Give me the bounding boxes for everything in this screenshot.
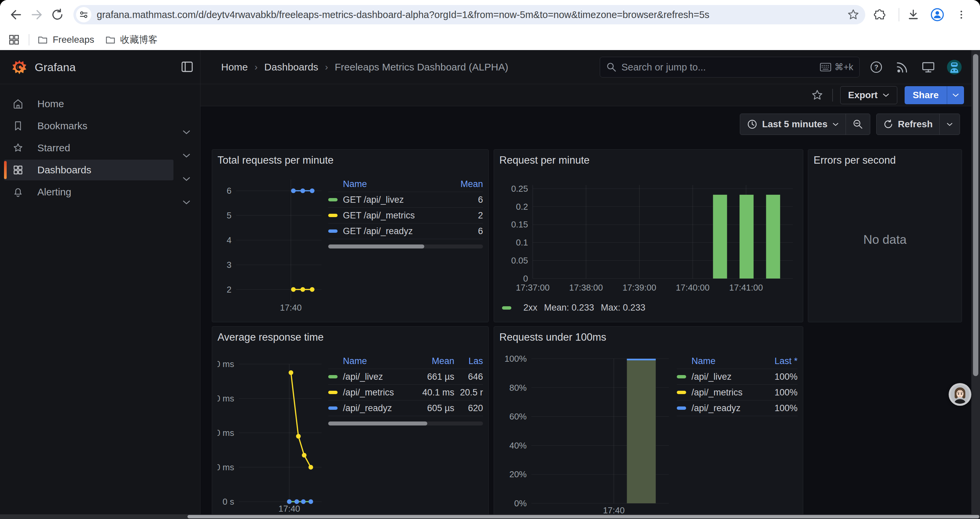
- sidebar-item-starred[interactable]: Starred: [4, 137, 173, 158]
- sidebar-item-dashboards[interactable]: Dashboards: [4, 160, 173, 180]
- legend-row[interactable]: /api/_livez661 µs646: [328, 369, 483, 385]
- chevron-down-icon[interactable]: [181, 176, 191, 182]
- browser-menu-button[interactable]: [953, 7, 969, 23]
- zoom-out-button[interactable]: [846, 114, 870, 134]
- kiosk-mode-button[interactable]: [921, 59, 936, 75]
- legend-header: NameMean: [328, 176, 483, 192]
- series-swatch: [677, 391, 686, 394]
- panel-title[interactable]: Request per minute: [500, 153, 590, 167]
- bookmark-folder-blogs[interactable]: 收藏博客: [100, 31, 163, 48]
- downloads-button[interactable]: [905, 7, 921, 23]
- time-range-picker[interactable]: Last 5 minutes: [740, 114, 846, 134]
- vertical-scrollbar-thumb[interactable]: [973, 54, 978, 376]
- series-name[interactable]: 2xx: [523, 303, 538, 313]
- legend-row[interactable]: /api/_readyz100%: [677, 401, 797, 416]
- url-input[interactable]: [97, 10, 846, 21]
- export-label: Export: [848, 90, 878, 101]
- star-outline-icon: [811, 89, 824, 102]
- keyboard-icon: [820, 63, 831, 72]
- legend-row[interactable]: /api/_metrics100%: [677, 385, 797, 401]
- panel-title[interactable]: Errors per second: [813, 153, 896, 167]
- chevron-down-icon[interactable]: [181, 200, 191, 205]
- chevron-down-icon[interactable]: [181, 129, 191, 135]
- series-swatch: [328, 406, 337, 410]
- header-icons: ?: [869, 50, 962, 84]
- refresh-interval-button[interactable]: [939, 114, 960, 134]
- panel-title[interactable]: Requests under 100ms: [500, 331, 606, 344]
- sidebar-item-label: Bookmarks: [37, 120, 88, 132]
- series-swatch: [328, 214, 337, 217]
- favorite-dashboard-button[interactable]: [810, 88, 825, 103]
- panel-title[interactable]: Total requests per minute: [218, 153, 334, 167]
- sidebar-item-alerting[interactable]: Alerting: [4, 182, 173, 203]
- panel-title[interactable]: Average response time: [218, 331, 323, 344]
- svg-text:2: 2: [227, 284, 231, 295]
- kebab-menu-icon: [956, 9, 967, 21]
- chevron-down-icon[interactable]: [181, 153, 191, 158]
- news-button[interactable]: [895, 59, 910, 75]
- shortcut-text: ⌘+k: [835, 62, 853, 72]
- legend-column-header[interactable]: Name: [692, 356, 754, 366]
- legend-row[interactable]: /api/_readyz605 µs620: [328, 401, 483, 416]
- legend-row[interactable]: /api/_livez100%: [677, 369, 797, 385]
- reload-button[interactable]: [49, 7, 65, 23]
- browser-window: Freeleaps 收藏博客 Grafana Home ›: [0, 0, 980, 519]
- apps-grid-icon: [8, 34, 20, 45]
- legend-column-header[interactable]: Las: [454, 356, 483, 366]
- legend-row[interactable]: GET /api/_metrics2: [328, 208, 483, 224]
- vertical-scrollbar[interactable]: [971, 50, 980, 519]
- legend-row[interactable]: GET /api/_readyz6: [328, 224, 483, 239]
- bookmark-label: Freeleaps: [53, 34, 94, 45]
- forward-arrow-icon: [30, 8, 43, 21]
- site-info-button[interactable]: [76, 7, 91, 22]
- horizontal-scrollbar-thumb[interactable]: [188, 515, 979, 518]
- legend-column-header[interactable]: Last *: [754, 356, 797, 366]
- puzzle-icon: [873, 8, 886, 21]
- user-avatar[interactable]: [947, 59, 962, 75]
- sidebar-item-bookmarks[interactable]: Bookmarks: [4, 115, 173, 136]
- sidebar-toggle-button[interactable]: [180, 60, 194, 75]
- time-series-chart[interactable]: 2345617:40: [218, 170, 324, 318]
- search-box[interactable]: ⌘+k: [600, 57, 859, 77]
- sidebar-item-home[interactable]: Home: [4, 94, 173, 114]
- help-icon: ?: [869, 60, 883, 74]
- help-button[interactable]: ?: [869, 59, 884, 75]
- legend-row[interactable]: GET /api/_livez6: [328, 192, 483, 208]
- legend-column-header[interactable]: Name: [343, 356, 404, 366]
- forward-button[interactable]: [29, 7, 45, 23]
- legend-table: NameLast */api/_livez100%/api/_metrics10…: [677, 353, 797, 416]
- extensions-button[interactable]: [872, 7, 888, 23]
- url-bar[interactable]: [73, 5, 865, 24]
- svg-text:17:40: 17:40: [280, 303, 302, 313]
- back-button[interactable]: [8, 7, 24, 23]
- share-menu-button[interactable]: [947, 86, 964, 104]
- bookmark-folder-freeleaps[interactable]: Freeleaps: [32, 32, 100, 47]
- breadcrumb-separator: ›: [325, 62, 328, 72]
- bar-chart[interactable]: 0%20%40%60%80%100%17:40: [500, 347, 673, 519]
- svg-text:40%: 40%: [509, 441, 527, 450]
- legend-column-header[interactable]: Mean: [404, 356, 454, 366]
- share-button-group: Share: [905, 86, 964, 104]
- horizontal-scrollbar[interactable]: [0, 514, 980, 519]
- legend-row[interactable]: /api/_metrics40.1 ms20.5 r: [328, 385, 483, 401]
- floating-assistant-avatar[interactable]: [949, 383, 971, 406]
- search-shortcut: ⌘+k: [820, 62, 853, 72]
- legend-scrollbar[interactable]: [328, 244, 483, 249]
- breadcrumb-home[interactable]: Home: [221, 61, 248, 73]
- sidebar-item-label: Dashboards: [37, 164, 91, 176]
- search-input[interactable]: [621, 62, 820, 73]
- share-button[interactable]: Share: [905, 86, 947, 104]
- time-series-chart[interactable]: 0 s20 ms40 ms60 ms80 ms17:40: [218, 347, 324, 519]
- bookmark-label: 收藏博客: [121, 34, 158, 46]
- breadcrumb-dashboards[interactable]: Dashboards: [264, 61, 318, 73]
- export-button[interactable]: Export: [840, 86, 897, 104]
- legend-scrollbar[interactable]: [328, 422, 483, 425]
- apps-shortcut-button[interactable]: [7, 32, 21, 47]
- profile-button[interactable]: [929, 7, 945, 23]
- refresh-button[interactable]: Refresh: [877, 114, 939, 134]
- bookmark-star-icon[interactable]: [846, 8, 860, 21]
- legend-column-header[interactable]: Name: [343, 179, 443, 189]
- active-accent-bar: [4, 161, 7, 179]
- bar-chart[interactable]: 00.050.10.150.20.2517:37:0017:38:0017:39…: [500, 170, 798, 297]
- legend-column-header[interactable]: Mean: [443, 179, 483, 189]
